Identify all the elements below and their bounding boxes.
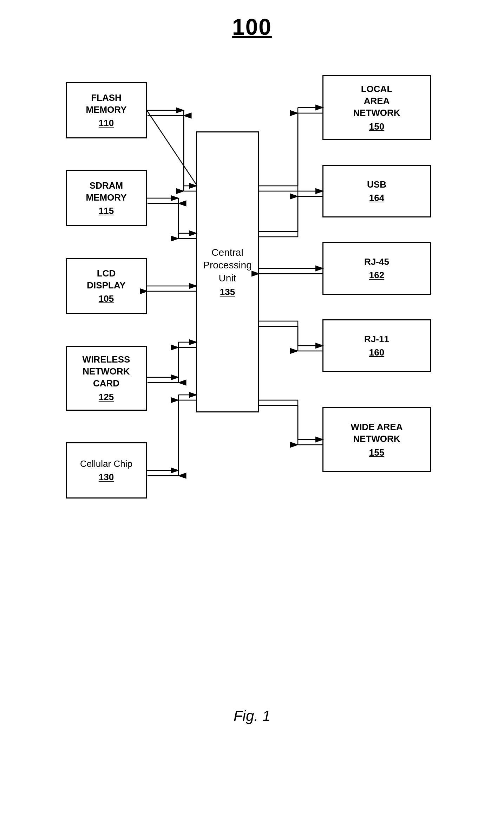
rj11-number: 160: [369, 347, 384, 358]
lcd-display-box: LCDDISPLAY 105: [66, 258, 147, 314]
cpu-label: CentralProcessingUnit: [203, 246, 252, 285]
usb-box: USB 164: [322, 165, 431, 217]
flash-memory-label: FLASHMEMORY: [86, 92, 126, 116]
diagram: FLASHMEMORY 110 SDRAMMEMORY 115 LCDDISPL…: [59, 61, 445, 693]
cellular-chip-number: 130: [99, 472, 114, 483]
cpu-number: 135: [220, 287, 235, 298]
rj45-number: 162: [369, 270, 384, 281]
sdram-memory-box: SDRAMMEMORY 115: [66, 170, 147, 226]
cpu-box: CentralProcessingUnit 135: [196, 131, 259, 412]
sdram-memory-label: SDRAMMEMORY: [86, 180, 126, 204]
wan-label: WIDE AREANETWORK: [351, 421, 403, 445]
cellular-chip-label: Cellular Chip: [80, 458, 132, 470]
flash-memory-box: FLASHMEMORY 110: [66, 82, 147, 138]
figure-label: Fig. 1: [234, 708, 270, 724]
rj45-label: RJ-45: [364, 256, 389, 268]
svg-line-2: [147, 110, 196, 184]
rj45-box: RJ-45 162: [322, 242, 431, 295]
lcd-display-label: LCDDISPLAY: [87, 268, 125, 292]
sdram-memory-number: 115: [99, 206, 114, 216]
flash-memory-number: 110: [99, 118, 114, 129]
page-title: 100: [232, 14, 272, 40]
lan-number: 150: [369, 121, 384, 132]
lan-box: LOCALAREANETWORK 150: [322, 75, 431, 140]
rj11-box: RJ-11 160: [322, 319, 431, 372]
lcd-display-number: 105: [99, 293, 114, 304]
wan-box: WIDE AREANETWORK 155: [322, 407, 431, 472]
wireless-network-card-label: WIRELESSNETWORKCARD: [83, 354, 130, 389]
wan-number: 155: [369, 447, 384, 458]
wireless-network-card-box: WIRELESSNETWORKCARD 125: [66, 346, 147, 411]
usb-number: 164: [369, 193, 384, 203]
usb-label: USB: [367, 179, 386, 191]
rj11-label: RJ-11: [364, 333, 389, 345]
lan-label: LOCALAREANETWORK: [353, 83, 400, 119]
cellular-chip-box: Cellular Chip 130: [66, 442, 147, 499]
wireless-network-card-number: 125: [99, 392, 114, 403]
